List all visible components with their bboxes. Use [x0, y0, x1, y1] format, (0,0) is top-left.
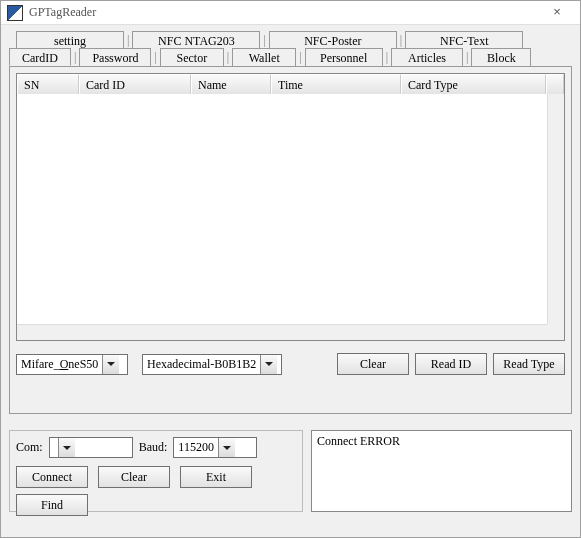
col-name[interactable]: Name	[191, 74, 271, 94]
scrollbar-horizontal[interactable]	[17, 324, 547, 340]
tab-sector[interactable]: Sector	[160, 48, 224, 66]
chevron-down-icon	[260, 355, 277, 374]
com-label: Com:	[16, 440, 43, 455]
connection-panel: Com: Baud: 115200 Connect Clear Exit Fin…	[9, 430, 303, 512]
col-end	[546, 74, 564, 94]
clear-button[interactable]: Clear	[337, 353, 409, 375]
baud-select[interactable]: 115200	[173, 437, 257, 458]
col-card-type[interactable]: Card Type	[401, 74, 546, 94]
tab-nfc-poster[interactable]: NFC-Poster	[269, 31, 397, 49]
card-table: SN Card ID Name Time Card Type	[16, 73, 565, 341]
tab-password[interactable]: Password	[79, 48, 151, 66]
format-value: Hexadecimal-B0B1B2	[143, 357, 260, 372]
scrollbar-vertical[interactable]	[547, 94, 564, 324]
format-select[interactable]: Hexadecimal-B0B1B2	[142, 354, 282, 375]
tab-setting[interactable]: setting	[16, 31, 124, 49]
chevron-down-icon	[102, 355, 119, 374]
window-title: GPTagReader	[29, 5, 96, 20]
col-card-id[interactable]: Card ID	[79, 74, 191, 94]
chevron-down-icon	[58, 438, 75, 457]
tab-personnel[interactable]: Personnel	[305, 48, 383, 66]
card-type-select[interactable]: Mifare_OneS50 document.currentScript.pre…	[16, 354, 128, 375]
baud-label: Baud:	[139, 440, 168, 455]
find-button[interactable]: Find	[16, 494, 88, 516]
baud-value: 115200	[174, 440, 218, 455]
tab-block[interactable]: Block	[471, 48, 531, 66]
tab-articles[interactable]: Articles	[391, 48, 463, 66]
clear-conn-button[interactable]: Clear	[98, 466, 170, 488]
exit-button[interactable]: Exit	[180, 466, 252, 488]
read-id-button[interactable]: Read ID	[415, 353, 487, 375]
tab-cardid[interactable]: CardID	[9, 48, 71, 66]
tab-nfc-ntag203[interactable]: NFC NTAG203	[132, 31, 260, 49]
connect-button[interactable]: Connect	[16, 466, 88, 488]
col-sn[interactable]: SN	[17, 74, 79, 94]
com-select[interactable]	[49, 437, 133, 458]
read-type-button[interactable]: Read Type	[493, 353, 565, 375]
tab-wallet[interactable]: Wallet	[232, 48, 296, 66]
status-output: Connect ERROR	[311, 430, 572, 512]
col-time[interactable]: Time	[271, 74, 401, 94]
app-icon	[7, 5, 23, 21]
tab-nfc-text[interactable]: NFC-Text	[405, 31, 523, 49]
card-type-value: Mifare_OneS50	[17, 357, 102, 372]
chevron-down-icon	[218, 438, 235, 457]
close-icon[interactable]: ×	[538, 3, 576, 23]
titlebar: GPTagReader ×	[1, 1, 580, 25]
